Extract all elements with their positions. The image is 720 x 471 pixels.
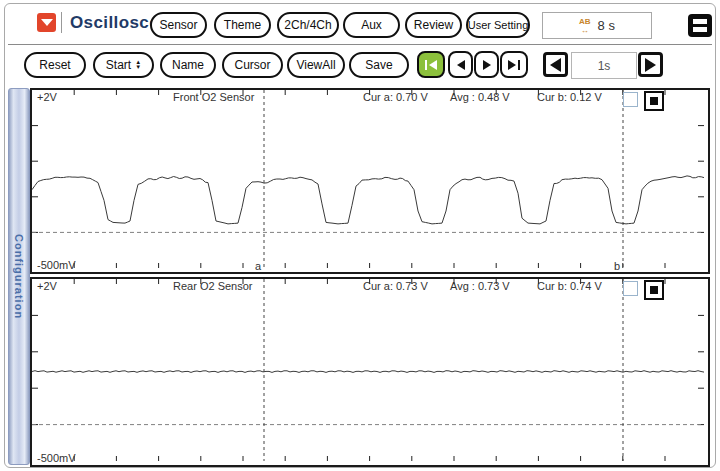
save-button[interactable]: Save <box>349 52 409 78</box>
sensor-button[interactable]: Sensor <box>150 12 207 38</box>
swatch-fill <box>650 97 658 105</box>
waveform-plot <box>32 90 704 268</box>
rear-o2-sensor-panel: +2V Rear O2 Sensor Cur a:0.73 V Avg :0.7… <box>30 277 710 467</box>
scale-top-label: +2V <box>37 91 57 103</box>
step-back-button[interactable] <box>448 51 473 78</box>
left-triangle-icon <box>429 60 437 70</box>
cursor-b-readout: Cur b:0.74 V <box>537 280 602 292</box>
configuration-tab-label: Configuration <box>13 234 25 319</box>
skip-to-end-button[interactable] <box>500 51 528 78</box>
left-triangle-icon <box>457 60 465 70</box>
name-button[interactable]: Name <box>160 52 216 78</box>
theme-button[interactable]: Theme <box>214 12 271 38</box>
start-spinner-icon[interactable]: ▲ ▼ <box>135 60 141 70</box>
panel-title: Front O2 Sensor <box>173 91 254 103</box>
front-o2-sensor-panel: +2V Front O2 Sensor Cur a:0.70 V Avg :0.… <box>30 88 710 274</box>
pane-bar <box>693 19 707 24</box>
right-triangle-icon <box>508 60 516 70</box>
interval-increase-button[interactable] <box>638 52 663 77</box>
cursor-a-flag[interactable]: a <box>255 260 261 272</box>
channel-checkbox[interactable] <box>623 281 638 296</box>
aux-button[interactable]: Aux <box>343 12 400 38</box>
cursor-b-readout: Cur b:0.12 V <box>537 91 602 103</box>
cursor-a-readout: Cur a:0.73 V <box>363 280 428 292</box>
skip-end-icon <box>518 60 520 70</box>
avg-readout: Avg :0.48 V <box>450 91 510 103</box>
cursor-a-readout: Cur a:0.70 V <box>363 91 428 103</box>
start-button[interactable]: Start ▲ ▼ <box>93 52 154 78</box>
panel-title: Rear O2 Sensor <box>173 280 252 292</box>
channel-checkbox[interactable] <box>623 92 638 107</box>
ab-time-value: 8 s <box>598 18 615 33</box>
avg-readout: Avg :0.73 V <box>450 280 510 292</box>
channel-mode-button[interactable]: 2Ch/4Ch <box>277 12 339 38</box>
left-triangle-icon <box>550 58 561 72</box>
interval-value: 1s <box>598 59 611 73</box>
review-button[interactable]: Review <box>405 12 462 38</box>
toolbar-separator <box>61 12 62 33</box>
scale-top-label: +2V <box>37 280 57 292</box>
toolbar-divider <box>8 44 712 45</box>
right-triangle-icon <box>645 58 656 72</box>
play-forward-button[interactable] <box>474 51 499 78</box>
app-menu-dropdown-icon[interactable] <box>37 13 56 32</box>
pane-bar <box>693 27 707 32</box>
sidebar-tab-configuration[interactable]: Configuration <box>8 88 30 465</box>
channel-color-swatch[interactable] <box>644 280 664 300</box>
user-setting-button[interactable]: User Setting <box>466 12 530 38</box>
cursor-b-flag[interactable]: b <box>614 260 620 272</box>
reset-button[interactable]: Reset <box>24 52 86 78</box>
waveform-plot <box>32 279 704 461</box>
ab-time-field[interactable]: AB ↔ 8 s <box>542 12 652 39</box>
skip-start-icon <box>425 60 427 70</box>
scale-bottom-label: -500mV <box>37 452 76 464</box>
split-view-icon[interactable] <box>688 14 712 37</box>
cursor-button[interactable]: Cursor <box>222 52 283 78</box>
down-triangle-icon <box>41 19 53 26</box>
swatch-fill <box>650 286 658 294</box>
cursor-ab-time-icon: AB ↔ <box>579 17 591 35</box>
interval-decrease-button[interactable] <box>543 52 568 77</box>
right-triangle-icon <box>483 60 491 70</box>
interval-field[interactable]: 1s <box>571 52 637 79</box>
skip-to-start-button[interactable] <box>417 51 445 78</box>
scale-bottom-label: -500mV <box>37 259 76 271</box>
channel-color-swatch[interactable] <box>644 91 664 111</box>
viewall-button[interactable]: ViewAll <box>287 52 345 78</box>
